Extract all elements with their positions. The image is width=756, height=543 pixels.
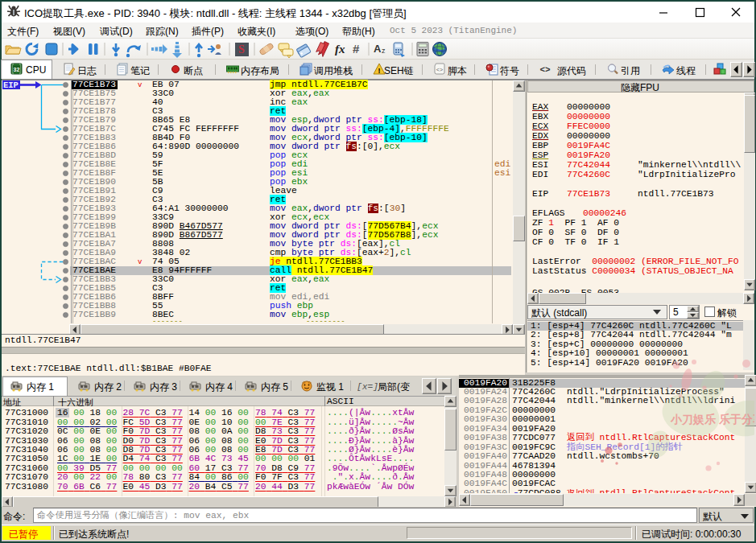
svg-text:#: #	[353, 42, 360, 56]
svg-text:小刀娱乐 乐于分享: 小刀娱乐 乐于分享	[670, 413, 754, 426]
svg-text:32: 32	[14, 67, 20, 72]
svg-text:<>: <>	[539, 65, 551, 75]
svg-text:<>: <>	[436, 67, 443, 73]
svg-text:S: S	[238, 43, 245, 56]
svg-text:fx: fx	[335, 43, 345, 56]
svg-text:A: A	[374, 43, 382, 55]
svg-text:z: z	[382, 47, 386, 55]
svg-text:!: !	[378, 67, 381, 75]
